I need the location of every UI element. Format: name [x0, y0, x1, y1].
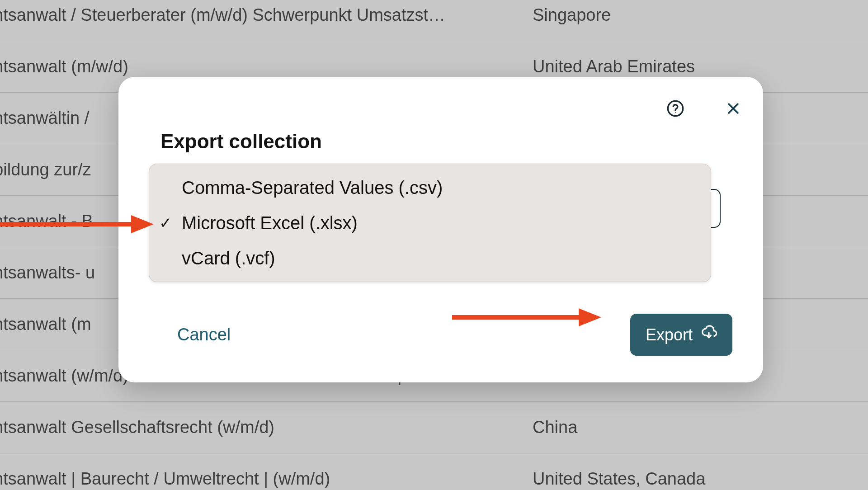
svg-marker-5 — [579, 308, 601, 326]
export-collection-modal: Export collection Comma-Separated Values… — [118, 77, 763, 382]
svg-point-1 — [675, 112, 676, 113]
cancel-button[interactable]: Cancel — [177, 325, 231, 344]
option-vcf[interactable]: vCard (.vcf) — [149, 240, 711, 276]
help-icon[interactable] — [665, 99, 685, 118]
select-field-border — [711, 189, 721, 228]
option-label: vCard (.vcf) — [182, 248, 275, 269]
file-format-dropdown[interactable]: Comma-Separated Values (.csv) ✓ Microsof… — [149, 164, 711, 282]
option-label: Comma-Separated Values (.csv) — [182, 178, 443, 198]
export-button-label: Export — [646, 325, 693, 344]
annotation-arrow-option — [0, 211, 158, 238]
download-cloud-icon — [701, 325, 717, 345]
svg-marker-3 — [131, 215, 154, 233]
annotation-arrow-export — [452, 304, 606, 331]
modal-title: Export collection — [160, 130, 763, 153]
close-icon[interactable] — [723, 99, 743, 118]
option-label: Microsoft Excel (.xlsx) — [182, 213, 358, 233]
export-button[interactable]: Export — [630, 314, 732, 356]
option-xlsx[interactable]: ✓ Microsoft Excel (.xlsx) — [149, 205, 711, 240]
option-csv[interactable]: Comma-Separated Values (.csv) — [149, 170, 711, 205]
